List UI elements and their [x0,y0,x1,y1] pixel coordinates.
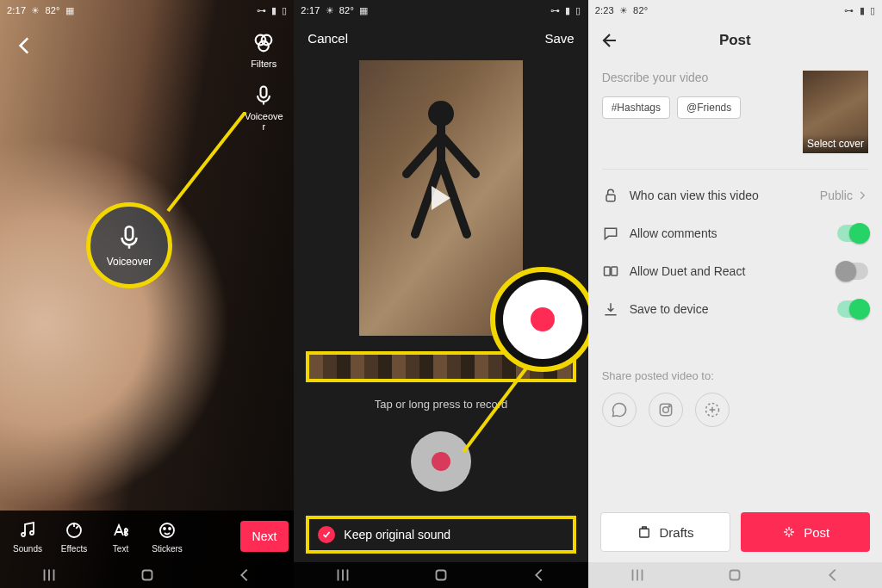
allow-comments-toggle[interactable] [837,225,868,242]
signal-icon: ▮ [860,5,865,16]
temperature: 82° [45,5,59,15]
annotation-line [459,362,545,456]
annotation-line [164,112,250,215]
battery-icon: ▯ [282,5,287,16]
svg-line-4 [168,112,245,211]
post-header: Post [588,21,882,60]
annotation-record-callout [490,267,587,372]
temperature: 82° [339,5,354,15]
status-bar: 2:17 ☀ 82° ▦ ⊶ ▮ ▯ [0,0,294,21]
svg-point-7 [30,531,34,535]
svg-rect-23 [611,267,617,275]
filters-button[interactable]: Filters [244,31,283,70]
allow-duet-toggle[interactable] [837,263,868,280]
effects-icon [64,520,84,541]
checkbox-checked-icon [318,526,335,543]
sounds-label: Sounds [13,544,42,554]
allow-duet-label: Allow Duet and React [630,264,827,278]
stickers-button[interactable]: Stickers [145,520,189,554]
who-can-view-label: Who can view this video [630,189,810,202]
cancel-button[interactable]: Cancel [307,31,348,46]
drafts-icon [637,524,652,540]
weather-icon: ☀ [31,5,40,16]
share-more-button[interactable] [695,393,730,427]
post-actions: Drafts Post [600,512,870,552]
wifi-icon: ⊶ [550,5,560,16]
voiceover-button[interactable]: Voiceover [244,84,283,133]
describe-section: Describe your video #Hashtags @Friends S… [588,60,882,162]
svg-rect-12 [142,571,152,580]
svg-rect-21 [606,195,615,201]
back-nav-icon[interactable] [823,566,842,585]
allow-comments-label: Allow comments [630,226,827,240]
voiceover-header: Cancel Save [294,21,587,55]
android-nav-bar [0,562,294,588]
back-icon[interactable] [14,34,36,57]
add-dashed-icon [704,401,721,418]
wifi-icon: ⊶ [257,5,266,16]
robot-graphic [389,96,493,251]
filters-icon [252,31,276,55]
share-chat-button[interactable] [602,393,637,427]
who-can-view-value: Public [820,189,868,202]
save-button[interactable]: Save [544,31,574,46]
back-icon[interactable] [600,30,621,51]
svg-rect-20 [436,571,445,580]
friends-button[interactable]: @Friends [677,96,741,119]
svg-rect-5 [126,226,134,240]
callout-label: Voiceover [107,256,152,268]
save-to-device-toggle[interactable] [837,300,868,318]
home-nav-icon[interactable] [138,566,157,585]
svg-rect-22 [604,267,610,275]
hashtags-button[interactable]: #Hashtags [602,96,670,119]
back-nav-icon[interactable] [530,566,549,585]
recents-nav-icon[interactable] [40,566,59,585]
post-title: Post [719,32,751,49]
drafts-button[interactable]: Drafts [600,512,731,552]
allow-duet-row: Allow Duet and React [588,252,882,290]
describe-input[interactable]: Describe your video [602,71,792,84]
post-button[interactable]: Post [741,512,870,552]
instagram-icon [657,401,674,418]
sounds-button[interactable]: Sounds [5,520,50,554]
recents-nav-icon[interactable] [628,566,647,585]
svg-point-26 [668,405,670,407]
text-button[interactable]: Text [98,520,143,554]
next-button[interactable]: Next [240,521,289,552]
music-note-icon [17,520,38,541]
allow-comments-row: Allow comments [588,214,882,252]
edit-screen: 2:17 ☀ 82° ▦ ⊶ ▮ ▯ Filters Voiceover [0,0,294,588]
save-to-device-row: Save to device [588,290,882,328]
post-sparkle-icon [781,524,797,540]
lock-icon [602,187,619,204]
android-nav-bar [294,562,587,588]
status-bar: 2:23 ☀ 82° ⊶ ▮ ▯ [588,0,882,21]
status-bar: 2:17 ☀ 82° ▦ ⊶ ▮ ▯ [294,0,587,21]
keep-original-sound-row[interactable]: Keep original sound [306,516,575,554]
voiceover-label: Voiceover [244,111,283,133]
svg-point-1 [262,35,272,46]
share-label: Share posted video to: [588,362,882,389]
svg-point-6 [22,533,25,536]
signal-icon: ▮ [271,5,276,16]
text-icon [110,520,131,541]
who-can-view-row[interactable]: Who can view this video Public [588,176,882,214]
effects-label: Effects [61,544,87,554]
home-nav-icon[interactable] [432,566,450,585]
share-instagram-button[interactable] [649,393,683,427]
play-icon [432,186,450,210]
chevron-right-icon [856,189,868,201]
recents-nav-icon[interactable] [333,566,352,585]
effects-button[interactable]: Effects [52,520,96,554]
annotation-voiceover-callout: Voiceover [86,202,172,288]
back-nav-icon[interactable] [235,566,254,585]
text-label: Text [113,544,128,554]
svg-rect-29 [730,571,740,580]
record-button-zoom [503,280,582,359]
home-nav-icon[interactable] [725,566,744,585]
weather-icon: ☀ [619,5,628,16]
select-cover-button[interactable]: Select cover [803,71,868,153]
download-icon [602,300,619,318]
battery-icon: ▯ [870,5,875,16]
svg-point-10 [164,528,165,529]
